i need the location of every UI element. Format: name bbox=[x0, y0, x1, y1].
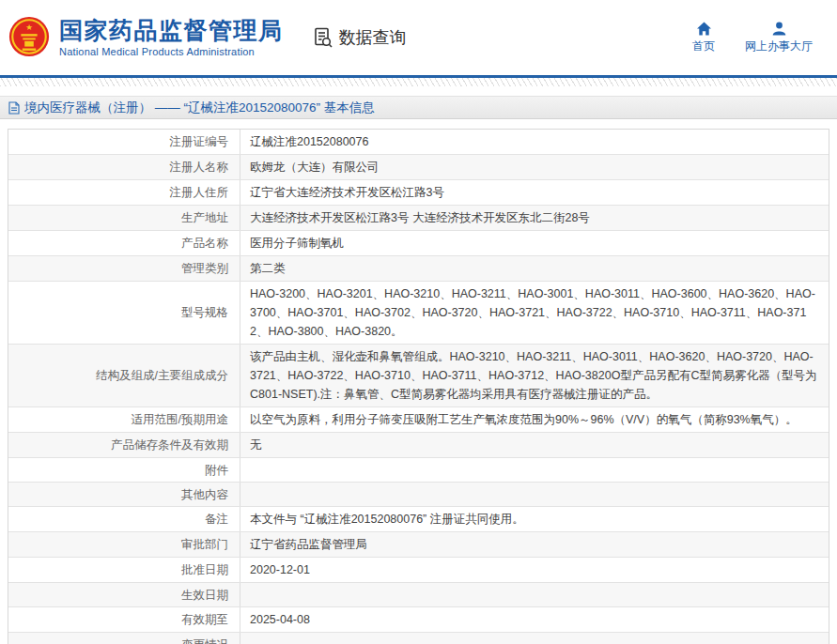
row-label: 审批部门 bbox=[8, 532, 240, 557]
row-value: 2025-04-08 bbox=[240, 607, 829, 632]
table-row: 生产地址 大连经济技术开发区松江路3号 大连经济技术开发区东北二街28号 bbox=[8, 206, 829, 231]
nav-home[interactable]: 首页 bbox=[692, 22, 715, 54]
nav-home-label: 首页 bbox=[692, 38, 715, 54]
row-label: 批准日期 bbox=[8, 558, 240, 582]
row-label: 附件 bbox=[8, 458, 240, 482]
data-query-label: 数据查询 bbox=[339, 26, 407, 49]
row-label: 型号规格 bbox=[8, 282, 240, 344]
table-row: 生效日期 bbox=[8, 583, 829, 607]
header-hatch-band bbox=[0, 78, 837, 86]
row-value: HAO-3200、HAO-3201、HAO-3210、HAO-3211、HAO-… bbox=[240, 282, 829, 344]
row-value: 该产品由主机、湿化壶和鼻氧管组成。HAO-3210、HAO-3211、HAO-3… bbox=[240, 345, 829, 406]
row-label: 产品名称 bbox=[8, 231, 240, 255]
breadcrumb-text: 境内医疗器械（注册） —— “辽械注准20152080076” 基本信息 bbox=[24, 100, 375, 116]
brand-logo[interactable]: ★ 国家药品监督管理局 National Medical Products Ad… bbox=[8, 14, 284, 61]
row-value bbox=[240, 633, 829, 644]
row-value: 辽宁省大连经济技术开发区松江路3号 bbox=[240, 180, 829, 205]
row-value bbox=[240, 458, 829, 482]
table-row: 管理类别 第二类 bbox=[8, 256, 829, 282]
row-value: 大连经济技术开发区松江路3号 大连经济技术开发区东北二街28号 bbox=[240, 206, 829, 230]
row-value: 医用分子筛制氧机 bbox=[240, 231, 829, 255]
table-row: 注册人名称 欧姆龙（大连）有限公司 bbox=[8, 155, 829, 180]
row-value: 辽宁省药品监督管理局 bbox=[240, 532, 829, 557]
row-label: 注册人住所 bbox=[8, 180, 240, 205]
row-label: 备注 bbox=[8, 507, 240, 531]
document-icon bbox=[8, 101, 20, 115]
table-row: 型号规格 HAO-3200、HAO-3201、HAO-3210、HAO-3211… bbox=[8, 282, 829, 345]
breadcrumb: 境内医疗器械（注册） —— “辽械注准20152080076” 基本信息 bbox=[0, 96, 837, 119]
table-row: 注册证编号 辽械注准20152080076 bbox=[8, 130, 829, 155]
svg-text:★: ★ bbox=[25, 23, 33, 32]
site-title: 国家药品监督管理局 bbox=[59, 18, 284, 44]
row-label: 注册人名称 bbox=[8, 155, 240, 179]
row-value bbox=[240, 583, 829, 606]
row-label: 注册证编号 bbox=[8, 130, 240, 154]
row-label: 结构及组成/主要组成成分 bbox=[8, 345, 240, 406]
header-nav: 首页 网上办事大厅 bbox=[692, 22, 813, 54]
site-subtitle: National Medical Products Administration bbox=[59, 46, 284, 57]
row-label: 管理类别 bbox=[8, 256, 240, 281]
table-row: 结构及组成/主要组成成分 该产品由主机、湿化壶和鼻氧管组成。HAO-3210、H… bbox=[8, 345, 829, 407]
row-label: 产品储存条件及有效期 bbox=[8, 433, 240, 457]
row-value bbox=[240, 483, 829, 506]
row-value: 以空气为原料，利用分子筛变压吸附工艺生产氧浓度范围为90%～96%（V/V）的氧… bbox=[240, 407, 829, 432]
table-row: 审批部门 辽宁省药品监督管理局 bbox=[8, 532, 829, 558]
table-row: 产品储存条件及有效期 无 bbox=[8, 433, 829, 458]
table-row: 备注 本文件与 “辽械注准20152080076” 注册证共同使用。 bbox=[8, 507, 829, 532]
table-row: 变更情况 bbox=[8, 633, 829, 644]
site-header: ★ 国家药品监督管理局 National Medical Products Ad… bbox=[0, 0, 837, 75]
row-value: 无 bbox=[240, 433, 829, 457]
table-row: 适用范围/预期用途 以空气为原料，利用分子筛变压吸附工艺生产氧浓度范围为90%～… bbox=[8, 407, 829, 433]
row-label: 变更情况 bbox=[8, 633, 240, 644]
row-value: 辽械注准20152080076 bbox=[240, 130, 829, 154]
nav-online-hall[interactable]: 网上办事大厅 bbox=[745, 22, 813, 54]
row-label: 生效日期 bbox=[8, 583, 240, 606]
row-value: 本文件与 “辽械注准20152080076” 注册证共同使用。 bbox=[240, 507, 829, 531]
table-row: 其他内容 bbox=[8, 483, 829, 507]
nav-online-hall-label: 网上办事大厅 bbox=[745, 38, 813, 54]
user-icon bbox=[771, 22, 787, 36]
row-value: 2020-12-01 bbox=[240, 558, 829, 582]
table-row: 产品名称 医用分子筛制氧机 bbox=[8, 231, 829, 256]
row-label: 生产地址 bbox=[8, 206, 240, 230]
row-value: 欧姆龙（大连）有限公司 bbox=[240, 155, 829, 179]
home-icon bbox=[696, 22, 712, 36]
table-row: 注册人住所 辽宁省大连经济技术开发区松江路3号 bbox=[8, 180, 829, 206]
row-label: 其他内容 bbox=[8, 483, 240, 506]
row-label: 有效期至 bbox=[8, 607, 240, 632]
table-row: 批准日期 2020-12-01 bbox=[8, 558, 829, 583]
table-row: 附件 bbox=[8, 458, 829, 483]
national-emblem-icon: ★ bbox=[8, 14, 51, 61]
data-query-button[interactable]: 数据查询 bbox=[312, 26, 407, 49]
registration-detail-table: 注册证编号 辽械注准20152080076 注册人名称 欧姆龙（大连）有限公司 … bbox=[8, 129, 829, 644]
row-label: 适用范围/预期用途 bbox=[8, 407, 240, 432]
document-search-icon bbox=[312, 26, 334, 49]
table-row: 有效期至 2025-04-08 bbox=[8, 607, 829, 633]
row-value: 第二类 bbox=[240, 256, 829, 281]
